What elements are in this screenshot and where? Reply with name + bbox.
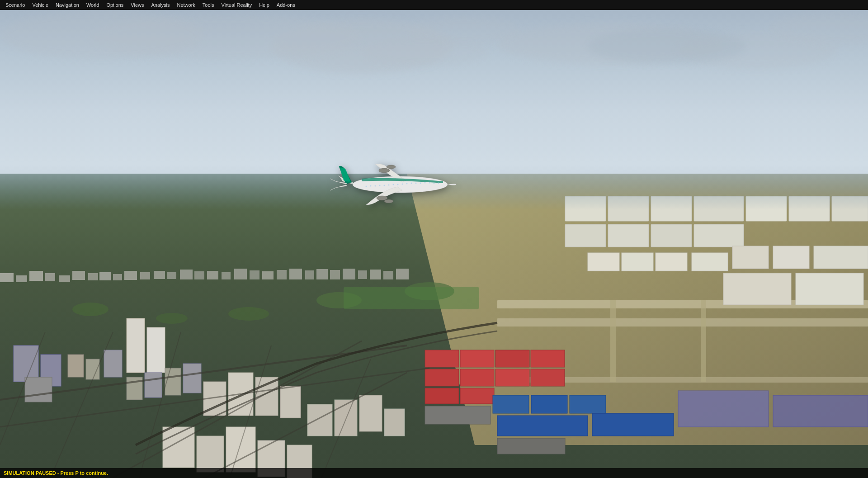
svg-rect-85: [72, 271, 85, 280]
svg-rect-107: [370, 270, 381, 279]
svg-rect-26: [796, 273, 863, 305]
svg-rect-96: [222, 272, 231, 279]
svg-rect-62: [307, 404, 332, 436]
svg-rect-32: [460, 369, 494, 386]
ground-terrain: [0, 174, 868, 478]
svg-rect-106: [358, 270, 367, 279]
svg-rect-42: [425, 406, 491, 424]
city-scene: [0, 174, 868, 478]
svg-rect-109: [396, 269, 409, 279]
svg-rect-95: [207, 271, 218, 279]
svg-rect-16: [651, 224, 692, 247]
svg-point-137: [370, 185, 371, 187]
menu-scenario[interactable]: Scenario: [2, 1, 28, 9]
svg-point-127: [410, 183, 412, 184]
svg-rect-45: [773, 395, 868, 427]
svg-point-125: [433, 183, 434, 184]
svg-rect-51: [68, 355, 84, 377]
svg-rect-90: [140, 272, 150, 279]
svg-point-129: [406, 183, 407, 185]
svg-rect-98: [250, 270, 259, 279]
svg-rect-38: [531, 395, 567, 413]
svg-rect-17: [694, 224, 744, 247]
svg-rect-15: [608, 224, 649, 247]
svg-point-136: [374, 185, 376, 187]
svg-rect-33: [495, 369, 529, 386]
svg-rect-92: [167, 272, 176, 279]
svg-rect-40: [497, 416, 588, 436]
svg-point-131: [397, 184, 398, 185]
svg-rect-80: [0, 273, 14, 282]
svg-rect-53: [104, 350, 122, 377]
svg-rect-30: [531, 350, 565, 367]
menu-network[interactable]: Network: [173, 1, 198, 9]
svg-rect-97: [234, 269, 247, 279]
menu-virtual-reality[interactable]: Virtual Reality: [218, 1, 256, 9]
svg-point-118: [377, 196, 387, 200]
svg-rect-29: [495, 350, 529, 367]
svg-rect-68: [226, 427, 255, 472]
svg-rect-63: [335, 400, 357, 436]
svg-point-128: [415, 183, 416, 184]
menu-analysis[interactable]: Analysis: [148, 1, 174, 9]
svg-rect-46: [14, 345, 38, 382]
svg-rect-31: [425, 369, 459, 386]
svg-rect-84: [59, 275, 70, 282]
svg-point-121: [387, 165, 396, 169]
svg-rect-44: [678, 391, 769, 427]
svg-rect-39: [570, 395, 606, 413]
svg-rect-48: [25, 377, 52, 402]
svg-point-133: [388, 185, 389, 186]
svg-rect-86: [88, 273, 98, 280]
svg-rect-103: [316, 269, 328, 279]
svg-rect-27: [425, 350, 459, 367]
svg-rect-34: [531, 369, 565, 386]
svg-rect-21: [692, 253, 728, 271]
svg-rect-23: [773, 246, 809, 269]
svg-rect-25: [723, 273, 791, 305]
menu-add-ons[interactable]: Add-ons: [273, 1, 299, 9]
svg-rect-94: [194, 271, 204, 279]
svg-point-122: [420, 183, 421, 184]
airplane: [330, 160, 457, 214]
menu-navigation[interactable]: Navigation: [52, 1, 83, 9]
svg-rect-91: [154, 271, 165, 279]
menu-options[interactable]: Options: [103, 1, 127, 9]
svg-rect-41: [592, 413, 674, 436]
menu-world[interactable]: World: [83, 1, 103, 9]
svg-rect-82: [29, 271, 43, 281]
svg-rect-89: [124, 271, 137, 280]
svg-rect-65: [384, 409, 405, 436]
svg-point-135: [379, 185, 380, 186]
status-bar: SIMULATION PAUSED - Press P to continue.: [0, 468, 868, 478]
svg-rect-67: [197, 436, 224, 472]
svg-rect-102: [305, 270, 314, 279]
svg-point-112: [228, 307, 269, 321]
svg-rect-108: [383, 271, 393, 279]
svg-rect-87: [99, 272, 111, 280]
svg-rect-93: [180, 270, 193, 279]
svg-rect-55: [145, 373, 162, 398]
menu-tools[interactable]: Tools: [199, 1, 218, 9]
svg-rect-22: [732, 246, 769, 269]
svg-point-120: [379, 168, 390, 173]
flight-viewport[interactable]: [0, 10, 868, 478]
svg-point-126: [438, 183, 439, 184]
svg-rect-101: [289, 269, 302, 279]
svg-rect-99: [262, 271, 274, 279]
menu-vehicle[interactable]: Vehicle: [28, 1, 52, 9]
svg-rect-56: [165, 368, 181, 395]
menu-views[interactable]: Views: [127, 1, 147, 9]
svg-rect-20: [656, 253, 687, 271]
svg-rect-3: [497, 318, 868, 327]
svg-rect-35: [425, 388, 459, 404]
svg-point-119: [384, 199, 393, 203]
svg-point-123: [424, 182, 425, 184]
svg-rect-43: [497, 438, 565, 454]
svg-rect-88: [113, 274, 122, 280]
svg-rect-5: [610, 300, 616, 382]
svg-point-124: [429, 182, 430, 184]
menu-bar: Scenario Vehicle Navigation World Option…: [0, 0, 868, 10]
menu-help[interactable]: Help: [255, 1, 273, 9]
svg-rect-28: [460, 350, 494, 367]
